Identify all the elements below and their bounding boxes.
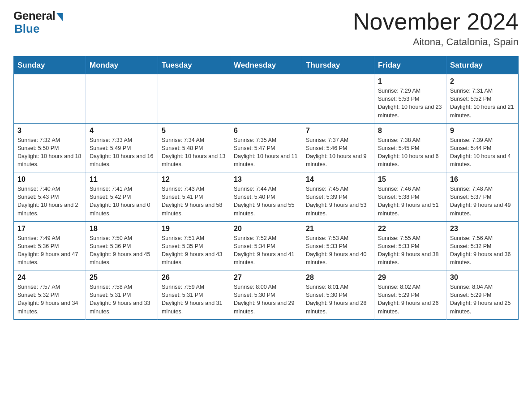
day-number: 26	[162, 274, 226, 282]
day-info: Sunrise: 7:35 AMSunset: 5:47 PMDaylight:…	[234, 136, 298, 169]
calendar-cell: 12Sunrise: 7:43 AMSunset: 5:41 PMDayligh…	[158, 172, 230, 222]
day-info: Sunrise: 7:41 AMSunset: 5:42 PMDaylight:…	[90, 185, 154, 218]
calendar-week-row: 24Sunrise: 7:57 AMSunset: 5:32 PMDayligh…	[14, 270, 519, 320]
day-number: 15	[378, 176, 442, 184]
day-number: 21	[306, 225, 370, 233]
day-info: Sunrise: 7:49 AMSunset: 5:36 PMDaylight:…	[17, 234, 82, 267]
day-number: 28	[306, 274, 370, 282]
day-number: 17	[17, 225, 82, 233]
day-of-week-header: Sunday	[14, 56, 86, 75]
day-number: 5	[162, 127, 226, 135]
day-number: 14	[306, 176, 370, 184]
day-info: Sunrise: 8:02 AMSunset: 5:29 PMDaylight:…	[378, 283, 442, 316]
day-of-week-header: Wednesday	[230, 56, 302, 75]
day-number: 29	[378, 274, 442, 282]
calendar-cell: 15Sunrise: 7:46 AMSunset: 5:38 PMDayligh…	[374, 172, 446, 222]
day-info: Sunrise: 7:55 AMSunset: 5:33 PMDaylight:…	[378, 234, 442, 267]
calendar-cell: 9Sunrise: 7:39 AMSunset: 5:44 PMDaylight…	[446, 123, 519, 172]
calendar-week-row: 10Sunrise: 7:40 AMSunset: 5:43 PMDayligh…	[14, 172, 519, 222]
calendar-cell: 22Sunrise: 7:55 AMSunset: 5:33 PMDayligh…	[374, 221, 446, 270]
day-of-week-header: Thursday	[302, 56, 374, 75]
day-number: 11	[90, 176, 154, 184]
calendar-header-row: SundayMondayTuesdayWednesdayThursdayFrid…	[14, 56, 519, 75]
calendar-cell: 10Sunrise: 7:40 AMSunset: 5:43 PMDayligh…	[14, 172, 86, 222]
calendar-cell: 23Sunrise: 7:56 AMSunset: 5:32 PMDayligh…	[446, 221, 519, 270]
day-info: Sunrise: 7:57 AMSunset: 5:32 PMDaylight:…	[17, 283, 82, 316]
day-info: Sunrise: 7:43 AMSunset: 5:41 PMDaylight:…	[162, 185, 226, 218]
calendar-cell	[14, 74, 86, 123]
day-number: 18	[90, 225, 154, 233]
logo-general-text: General	[13, 9, 55, 23]
day-info: Sunrise: 7:40 AMSunset: 5:43 PMDaylight:…	[17, 185, 82, 218]
day-number: 19	[162, 225, 226, 233]
day-number: 7	[306, 127, 370, 135]
month-title: November 2024	[353, 9, 519, 34]
day-number: 8	[378, 127, 442, 135]
calendar-cell: 7Sunrise: 7:37 AMSunset: 5:46 PMDaylight…	[302, 123, 374, 172]
day-info: Sunrise: 7:53 AMSunset: 5:33 PMDaylight:…	[306, 234, 370, 267]
day-number: 4	[90, 127, 154, 135]
calendar-cell: 30Sunrise: 8:04 AMSunset: 5:29 PMDayligh…	[446, 270, 519, 320]
calendar-cell: 29Sunrise: 8:02 AMSunset: 5:29 PMDayligh…	[374, 270, 446, 320]
logo: General Blue	[13, 9, 63, 36]
calendar-cell	[302, 74, 374, 123]
day-of-week-header: Tuesday	[158, 56, 230, 75]
page-header: General Blue November 2024 Aitona, Catal…	[13, 9, 519, 48]
day-number: 30	[450, 274, 515, 282]
calendar-cell: 2Sunrise: 7:31 AMSunset: 5:52 PMDaylight…	[446, 74, 519, 123]
calendar-cell: 21Sunrise: 7:53 AMSunset: 5:33 PMDayligh…	[302, 221, 374, 270]
logo-blue-text: Blue	[13, 22, 39, 36]
calendar-cell: 14Sunrise: 7:45 AMSunset: 5:39 PMDayligh…	[302, 172, 374, 222]
calendar-cell: 3Sunrise: 7:32 AMSunset: 5:50 PMDaylight…	[14, 123, 86, 172]
calendar-cell: 13Sunrise: 7:44 AMSunset: 5:40 PMDayligh…	[230, 172, 302, 222]
day-info: Sunrise: 7:32 AMSunset: 5:50 PMDaylight:…	[17, 136, 82, 169]
calendar-week-row: 1Sunrise: 7:29 AMSunset: 5:53 PMDaylight…	[14, 74, 519, 123]
calendar-cell	[158, 74, 230, 123]
calendar-cell: 6Sunrise: 7:35 AMSunset: 5:47 PMDaylight…	[230, 123, 302, 172]
title-block: November 2024 Aitona, Catalonia, Spain	[353, 9, 519, 48]
day-info: Sunrise: 8:00 AMSunset: 5:30 PMDaylight:…	[234, 283, 298, 316]
calendar-cell: 8Sunrise: 7:38 AMSunset: 5:45 PMDaylight…	[374, 123, 446, 172]
location-text: Aitona, Catalonia, Spain	[353, 36, 519, 48]
calendar-cell: 24Sunrise: 7:57 AMSunset: 5:32 PMDayligh…	[14, 270, 86, 320]
day-info: Sunrise: 8:04 AMSunset: 5:29 PMDaylight:…	[450, 283, 515, 316]
calendar-cell: 11Sunrise: 7:41 AMSunset: 5:42 PMDayligh…	[86, 172, 158, 222]
day-info: Sunrise: 7:59 AMSunset: 5:31 PMDaylight:…	[162, 283, 226, 316]
day-info: Sunrise: 7:34 AMSunset: 5:48 PMDaylight:…	[162, 136, 226, 169]
day-info: Sunrise: 7:33 AMSunset: 5:49 PMDaylight:…	[90, 136, 154, 169]
day-info: Sunrise: 7:38 AMSunset: 5:45 PMDaylight:…	[378, 136, 442, 169]
calendar-cell: 1Sunrise: 7:29 AMSunset: 5:53 PMDaylight…	[374, 74, 446, 123]
calendar-cell: 17Sunrise: 7:49 AMSunset: 5:36 PMDayligh…	[14, 221, 86, 270]
day-info: Sunrise: 7:37 AMSunset: 5:46 PMDaylight:…	[306, 136, 370, 169]
day-info: Sunrise: 7:31 AMSunset: 5:52 PMDaylight:…	[450, 87, 515, 120]
day-number: 25	[90, 274, 154, 282]
day-number: 9	[450, 127, 515, 135]
day-number: 24	[17, 274, 82, 282]
day-info: Sunrise: 7:44 AMSunset: 5:40 PMDaylight:…	[234, 185, 298, 218]
day-info: Sunrise: 7:45 AMSunset: 5:39 PMDaylight:…	[306, 185, 370, 218]
calendar-cell: 25Sunrise: 7:58 AMSunset: 5:31 PMDayligh…	[86, 270, 158, 320]
day-number: 3	[17, 127, 82, 135]
calendar-cell: 27Sunrise: 8:00 AMSunset: 5:30 PMDayligh…	[230, 270, 302, 320]
day-info: Sunrise: 7:39 AMSunset: 5:44 PMDaylight:…	[450, 136, 515, 169]
day-number: 20	[234, 225, 298, 233]
calendar-cell: 20Sunrise: 7:52 AMSunset: 5:34 PMDayligh…	[230, 221, 302, 270]
day-of-week-header: Friday	[374, 56, 446, 75]
day-number: 23	[450, 225, 515, 233]
day-of-week-header: Monday	[86, 56, 158, 75]
day-number: 2	[450, 77, 515, 86]
day-number: 13	[234, 176, 298, 184]
calendar-cell: 26Sunrise: 7:59 AMSunset: 5:31 PMDayligh…	[158, 270, 230, 320]
day-number: 12	[162, 176, 226, 184]
logo-arrow-icon	[56, 13, 63, 21]
day-number: 22	[378, 225, 442, 233]
day-number: 10	[17, 176, 82, 184]
calendar-cell: 5Sunrise: 7:34 AMSunset: 5:48 PMDaylight…	[158, 123, 230, 172]
day-info: Sunrise: 7:58 AMSunset: 5:31 PMDaylight:…	[90, 283, 154, 316]
day-number: 6	[234, 127, 298, 135]
day-info: Sunrise: 7:56 AMSunset: 5:32 PMDaylight:…	[450, 234, 515, 267]
calendar-week-row: 3Sunrise: 7:32 AMSunset: 5:50 PMDaylight…	[14, 123, 519, 172]
day-info: Sunrise: 7:29 AMSunset: 5:53 PMDaylight:…	[378, 87, 442, 120]
calendar-cell: 28Sunrise: 8:01 AMSunset: 5:30 PMDayligh…	[302, 270, 374, 320]
day-number: 16	[450, 176, 515, 184]
